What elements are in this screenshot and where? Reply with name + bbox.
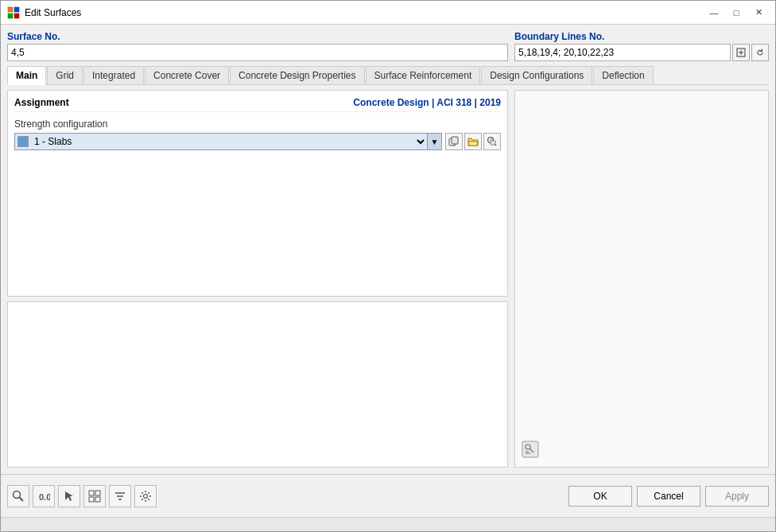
svg-rect-1 xyxy=(14,7,19,12)
tab-concrete-design-properties[interactable]: Concrete Design Properties xyxy=(230,66,364,84)
boundary-reset-button[interactable] xyxy=(751,44,769,61)
bottom-bar: 0.0 xyxy=(1,474,775,517)
tab-grid[interactable]: Grid xyxy=(47,66,83,84)
grid-tool-button[interactable] xyxy=(83,485,106,507)
svg-line-12 xyxy=(490,138,492,141)
strength-select[interactable]: 1 - Slabs xyxy=(31,134,427,150)
main-content-area: Assignment Concrete Design | ACI 318 | 2… xyxy=(7,90,769,468)
tab-integrated[interactable]: Integrated xyxy=(83,66,144,84)
window-controls: — □ ✕ xyxy=(704,5,769,21)
assignment-title: Assignment xyxy=(14,97,69,108)
svg-rect-13 xyxy=(491,141,495,145)
svg-rect-23 xyxy=(89,491,94,495)
strength-section: Strength configuration 1 - Slabs ▼ xyxy=(14,118,501,150)
strength-action-icons xyxy=(445,133,501,150)
surface-no-label: Surface No. xyxy=(7,31,508,42)
boundary-lines-label: Boundary Lines No. xyxy=(514,31,769,42)
boundary-select-button[interactable] xyxy=(732,44,750,61)
bottom-tools: 0.0 xyxy=(7,485,568,507)
right-panel xyxy=(514,90,769,468)
dialog-content: Surface No. Boundary Lines No. xyxy=(1,25,775,474)
concrete-design-label: Concrete Design | ACI 318 | 2019 xyxy=(353,97,501,108)
tab-main[interactable]: Main xyxy=(7,66,46,85)
tab-deflection[interactable]: Deflection xyxy=(593,66,653,84)
status-bar xyxy=(1,517,775,531)
strength-select-wrapper: 1 - Slabs ▼ xyxy=(14,133,442,150)
tab-surface-reinforcement[interactable]: Surface Reinforcement xyxy=(366,66,481,84)
strength-copy-button[interactable] xyxy=(445,133,463,150)
bottom-actions: OK Cancel Apply xyxy=(568,486,769,507)
tab-design-configurations[interactable]: Design Configurations xyxy=(481,66,592,84)
svg-rect-26 xyxy=(95,497,100,502)
window-title: Edit Surfaces xyxy=(25,7,699,18)
ok-button[interactable]: OK xyxy=(568,486,632,507)
boundary-lines-input[interactable] xyxy=(514,44,731,61)
lower-panel xyxy=(7,301,508,468)
left-panel: Assignment Concrete Design | ACI 318 | 2… xyxy=(7,90,508,468)
right-panel-icon xyxy=(522,441,539,460)
maximize-button[interactable]: □ xyxy=(726,5,747,21)
svg-point-19 xyxy=(14,491,21,498)
app-icon xyxy=(7,6,20,19)
svg-point-30 xyxy=(144,494,148,498)
svg-text:0.0: 0.0 xyxy=(39,492,50,502)
svg-rect-0 xyxy=(8,7,13,12)
cancel-button[interactable]: Cancel xyxy=(637,486,700,507)
boundary-lines-input-row xyxy=(514,44,769,61)
boundary-lines-group: Boundary Lines No. xyxy=(514,31,769,61)
boundary-buttons xyxy=(732,44,769,61)
strength-row: 1 - Slabs ▼ xyxy=(14,133,501,150)
svg-rect-2 xyxy=(8,14,13,18)
tab-concrete-cover[interactable]: Concrete Cover xyxy=(145,66,229,84)
close-button[interactable]: ✕ xyxy=(748,5,769,21)
top-fields-row: Surface No. Boundary Lines No. xyxy=(7,31,769,61)
svg-rect-3 xyxy=(14,14,19,18)
search-tool-button[interactable] xyxy=(7,485,29,507)
strength-detail-button[interactable] xyxy=(483,133,501,150)
assignment-header: Assignment Concrete Design | ACI 318 | 2… xyxy=(14,97,501,112)
svg-marker-22 xyxy=(65,491,73,501)
tabs-row: Main Grid Integrated Concrete Cover Conc… xyxy=(7,66,769,85)
svg-rect-24 xyxy=(95,491,100,495)
settings-tool-button[interactable] xyxy=(134,485,157,507)
minimize-button[interactable]: — xyxy=(704,5,724,21)
svg-rect-9 xyxy=(452,137,458,144)
main-window: Edit Surfaces — □ ✕ Surface No. Boundary… xyxy=(0,0,776,532)
number-tool-button[interactable]: 0.0 xyxy=(33,485,55,507)
surface-no-input[interactable] xyxy=(7,44,508,61)
surface-no-group: Surface No. xyxy=(7,31,508,61)
strength-dropdown-arrow[interactable]: ▼ xyxy=(427,134,441,150)
cursor-tool-button[interactable] xyxy=(58,485,80,507)
titlebar: Edit Surfaces — □ ✕ xyxy=(1,1,775,25)
strength-open-button[interactable] xyxy=(464,133,482,150)
strength-config-label: Strength configuration xyxy=(14,118,501,130)
apply-button[interactable]: Apply xyxy=(705,486,769,507)
strength-color-swatch xyxy=(17,136,29,147)
svg-line-20 xyxy=(20,497,24,501)
svg-rect-25 xyxy=(89,497,94,502)
assignment-panel: Assignment Concrete Design | ACI 318 | 2… xyxy=(7,90,508,297)
filter-tool-button[interactable] xyxy=(109,485,131,507)
